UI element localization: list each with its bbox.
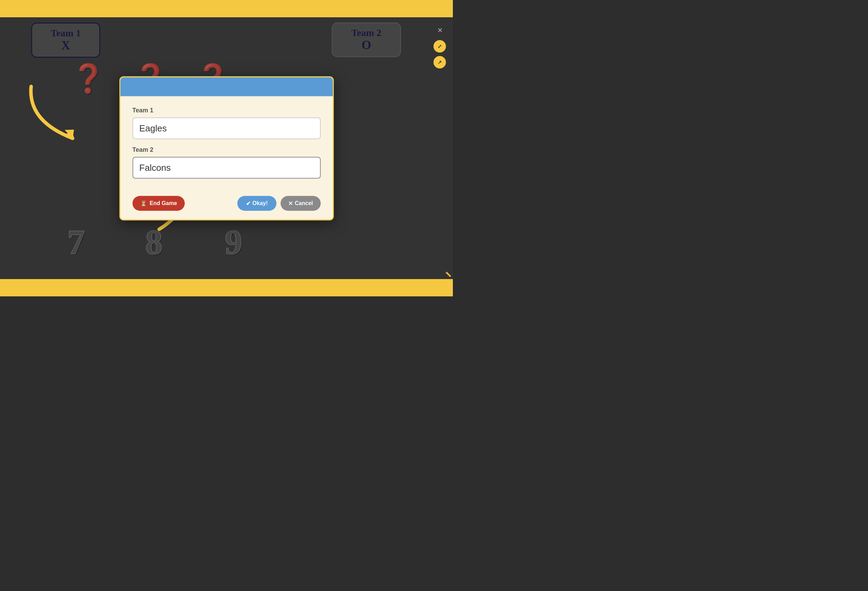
okay-button[interactable]: ✔ Okay! xyxy=(237,196,276,211)
modal-body: Team 1 Team 2 xyxy=(120,96,333,196)
modal-overlay: Team 1 Team 2 ⏳ End Game ✔ Okay! ✕ xyxy=(0,17,453,279)
okay-label: Okay! xyxy=(252,200,268,206)
main-area: Team 1 X Team 2 O ✕ ⤢ ↗ ❓ ❓ ❓ 7 8 9 xyxy=(0,17,453,279)
x-icon: ✕ xyxy=(288,200,293,206)
end-game-button[interactable]: ⏳ End Game xyxy=(133,196,185,211)
end-game-label: End Game xyxy=(150,200,177,206)
right-buttons-group: ✔ Okay! ✕ Cancel xyxy=(237,196,321,211)
team2-input[interactable] xyxy=(133,157,321,178)
modal-dialog: Team 1 Team 2 ⏳ End Game ✔ Okay! ✕ xyxy=(120,76,334,220)
cancel-button[interactable]: ✕ Cancel xyxy=(280,196,320,211)
check-icon: ✔ xyxy=(246,200,251,206)
team2-field-label: Team 2 xyxy=(133,146,321,153)
bottom-bar xyxy=(0,279,453,296)
team1-field-label: Team 1 xyxy=(133,106,321,114)
modal-footer: ⏳ End Game ✔ Okay! ✕ Cancel xyxy=(120,196,333,219)
cancel-label: Cancel xyxy=(295,200,313,206)
top-bar xyxy=(0,0,453,17)
hourglass-icon: ⏳ xyxy=(140,200,147,206)
modal-header xyxy=(120,77,333,96)
team1-input[interactable] xyxy=(133,117,321,139)
